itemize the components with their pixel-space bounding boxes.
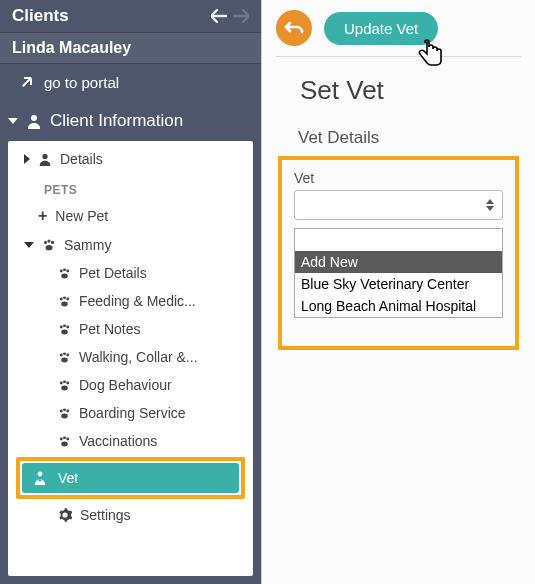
svg-point-28 [66,409,69,412]
person-icon [26,113,42,129]
svg-rect-36 [40,479,41,482]
vet-select[interactable] [294,190,503,220]
back-arrow-icon[interactable] [211,9,227,23]
vet-option-1[interactable]: Blue Sky Veterinary Center [295,273,502,295]
svg-point-23 [63,380,66,383]
tree-item-label: Boarding Service [79,405,243,421]
plus-icon: + [38,207,47,225]
svg-point-17 [61,329,68,334]
tree-new-pet[interactable]: + New Pet [8,201,253,231]
tree-item-label: Pet Details [79,265,243,281]
paw-icon [58,323,71,336]
tree-vet[interactable]: Vet [22,463,239,493]
paw-icon [58,351,71,364]
svg-point-3 [47,239,50,242]
tree-behaviour[interactable]: Dog Behaviour [8,371,253,399]
svg-point-6 [60,269,63,272]
svg-point-16 [66,325,69,328]
sidebar: Clients Linda Macauley go to portal Clie… [0,0,262,584]
client-info-label: Client Information [50,111,183,131]
tree-vaccinations[interactable]: Vaccinations [8,427,253,455]
svg-point-22 [60,381,63,384]
vet-field-label: Vet [294,170,503,186]
svg-point-12 [66,297,69,300]
svg-point-5 [46,245,53,250]
caret-right-icon [24,154,30,164]
svg-point-10 [60,297,63,300]
update-vet-button[interactable]: Update Vet [324,12,438,45]
tree-notes[interactable]: Pet Notes [8,315,253,343]
vet-highlight: Vet [16,457,245,499]
person-icon [38,152,52,166]
tree-feeding[interactable]: Feeding & Medic... [8,287,253,315]
paw-icon [58,407,71,420]
svg-point-18 [60,353,63,356]
main-panel: Update Vet Set Vet Vet Details Vet Add N… [262,0,535,584]
svg-point-7 [63,268,66,271]
tree-item-label: Feeding & Medic... [79,293,243,309]
tree-pet-details[interactable]: Pet Details [8,259,253,287]
vet-icon [32,470,48,486]
portal-link[interactable]: go to portal [0,64,261,101]
section-label: Vet Details [298,128,521,148]
svg-point-19 [63,352,66,355]
page-title: Set Vet [300,75,521,106]
tree-item-label: Pet Notes [79,321,243,337]
svg-point-14 [60,325,63,328]
tree-item-label: Settings [80,507,243,523]
tree-walking[interactable]: Walking, Collar &... [8,343,253,371]
svg-point-1 [42,154,47,159]
svg-point-13 [61,301,68,306]
paw-icon [58,295,71,308]
svg-point-8 [66,269,69,272]
svg-point-30 [60,437,63,440]
svg-point-0 [31,115,37,121]
tree-new-pet-label: New Pet [55,208,243,224]
svg-point-4 [51,241,54,244]
svg-point-15 [63,324,66,327]
client-name: Linda Macauley [0,33,261,64]
tree-settings[interactable]: Settings [8,501,253,529]
paw-icon [58,435,71,448]
top-buttons: Update Vet [276,10,521,57]
tree-item-label: Walking, Collar &... [79,349,243,365]
forward-arrow-icon[interactable] [233,9,249,23]
caret-down-icon [8,118,18,124]
sidebar-header: Clients [0,0,261,33]
svg-point-11 [63,296,66,299]
svg-point-9 [61,273,68,278]
select-caret-icon [486,199,494,211]
tree-item-label: Dog Behaviour [79,377,243,393]
vet-option-2[interactable]: Long Beach Animal Hospital [295,295,502,317]
tree-boarding[interactable]: Boarding Service [8,399,253,427]
client-info-header[interactable]: Client Information [0,101,261,141]
pets-section-label: PETS [8,173,253,201]
caret-down-icon [24,242,34,248]
svg-point-20 [66,353,69,356]
svg-point-33 [61,441,68,446]
sidebar-title: Clients [12,6,69,26]
portal-link-label: go to portal [44,74,119,91]
tree-details-label: Details [60,151,243,167]
nav-arrows [211,9,249,23]
undo-icon [284,20,304,36]
tree-pet-sammy[interactable]: Sammy [8,231,253,259]
svg-point-25 [61,385,68,390]
tree-pet-name-label: Sammy [64,237,243,253]
svg-point-26 [60,409,63,412]
tree-details[interactable]: Details [8,145,253,173]
tree-vet-label: Vet [58,470,78,486]
tree-item-label: Vaccinations [79,433,243,449]
svg-point-21 [61,357,68,362]
share-icon [18,75,34,91]
back-button[interactable] [276,10,312,46]
svg-point-2 [44,241,47,244]
vet-option-blank[interactable] [295,229,502,251]
vet-option-add-new[interactable]: Add New [295,251,502,273]
gear-icon [58,508,72,522]
svg-point-32 [66,437,69,440]
vet-details-box: Vet Add New Blue Sky Veterinary Center L… [278,156,519,350]
svg-point-24 [66,381,69,384]
update-vet-label: Update Vet [344,20,418,37]
paw-icon [58,267,71,280]
